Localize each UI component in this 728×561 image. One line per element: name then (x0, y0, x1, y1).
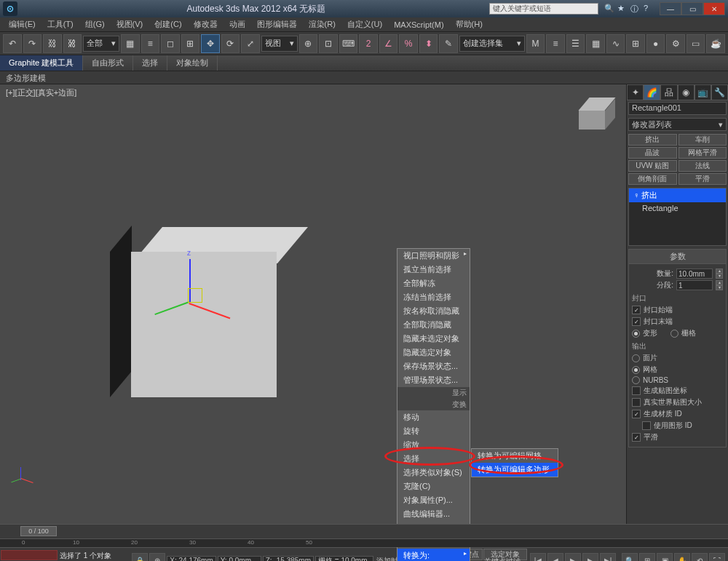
menu-rendering[interactable]: 渲染(R) (303, 17, 341, 31)
move-button[interactable]: ✥ (201, 34, 220, 53)
menu-customize[interactable]: 自定义(U) (341, 17, 388, 31)
time-slider-thumb[interactable]: 0 / 100 (20, 526, 57, 536)
ctx-freeze[interactable]: 冻结当前选择 (397, 290, 470, 304)
viewport[interactable]: [+][正交][真实+边面] 视口照明和阴影 孤立当前选择 (0, 84, 626, 524)
x-coord[interactable]: X: 24.176mm (167, 556, 215, 562)
ctx-manage-state[interactable]: 管理场景状态... (397, 373, 470, 387)
maxscript-listener[interactable]: 所在行: (0, 549, 58, 562)
maximize-button[interactable]: ▭ (681, 2, 703, 15)
selection-filter-dropdown[interactable]: 全部▾ (83, 36, 119, 52)
cap-start-check[interactable]: ✓ (632, 306, 641, 314)
menu-help[interactable]: 帮助(H) (450, 17, 488, 31)
ctx-move[interactable]: 移动 (397, 410, 470, 424)
spinner-snap-button[interactable]: ⬍ (419, 34, 438, 53)
ctx-hide-unselected[interactable]: 隐藏未选定对象 (397, 332, 470, 346)
infocenter-icon[interactable]: ⓘ (630, 4, 641, 14)
snap-angle-button[interactable]: ∠ (379, 34, 398, 53)
pan-icon[interactable]: ✋ (674, 553, 690, 562)
link-button[interactable]: ⛓ (43, 34, 62, 53)
rotate-button[interactable]: ⟳ (221, 34, 240, 53)
gen-map-check[interactable] (632, 386, 641, 395)
btn-lathe[interactable]: 车削 (678, 134, 727, 146)
ctx-hide-selection[interactable]: 隐藏选定对象 (397, 346, 470, 359)
y-coord[interactable]: Y: 0.0mm (218, 556, 261, 562)
select-object-button[interactable]: ▦ (121, 34, 140, 53)
btn-extrude[interactable]: 挤出 (628, 134, 677, 146)
curve-editor-button[interactable]: ∿ (606, 34, 625, 53)
graphite-tab-paint[interactable]: 对象绘制 (167, 55, 218, 71)
select-region-button[interactable]: ◻ (161, 34, 180, 53)
align-button[interactable]: ≡ (546, 34, 565, 53)
prev-frame-icon[interactable]: ◀ (547, 553, 563, 562)
gizmo-center[interactable] (188, 288, 202, 303)
amount-spinner[interactable]: 10.0mm (676, 268, 713, 279)
hierarchy-tab[interactable]: 品 (660, 84, 677, 100)
time-slider[interactable]: 0 / 100 (0, 524, 728, 538)
mirror-button[interactable]: M (526, 34, 545, 53)
search-icon[interactable]: 🔍 (604, 4, 614, 14)
btn-normal[interactable]: 法线 (678, 160, 727, 172)
ctx-rotate[interactable]: 旋转 (397, 424, 470, 438)
snap-percent-button[interactable]: % (399, 34, 418, 53)
zoom-extents-icon[interactable]: ▣ (657, 553, 673, 562)
ctx-convert-to[interactable]: 转换为: (397, 549, 470, 561)
menu-maxscript[interactable]: MAXScript(M) (388, 19, 449, 31)
menu-create[interactable]: 创建(C) (149, 17, 187, 31)
smooth-check[interactable]: ✓ (632, 433, 641, 442)
goto-end-icon[interactable]: ▶| (600, 553, 616, 562)
redo-button[interactable]: ↷ (23, 34, 42, 53)
ctx-unhide-all[interactable]: 全部取消隐藏 (397, 318, 470, 332)
convert-editable-poly[interactable]: 转换为可编辑多边形 (472, 463, 558, 477)
btn-lattice[interactable]: 晶波 (628, 147, 677, 159)
ctx-clone[interactable]: 克隆(C) (397, 480, 470, 493)
modify-tab[interactable]: 🌈 (644, 84, 660, 100)
viewport-label[interactable]: [+][正交][真实+边面] (6, 87, 76, 98)
maximize-viewport-icon[interactable]: ⛶ (709, 553, 725, 562)
ctx-select[interactable]: 选择 (397, 452, 470, 466)
app-icon[interactable]: ⊙ (3, 1, 17, 16)
z-coord[interactable]: Z: -15.385mm (263, 556, 314, 562)
menu-animation[interactable]: 动画 (223, 17, 251, 31)
modifier-list-dropdown[interactable]: 修改器列表▾ (628, 118, 727, 131)
btn-uvw[interactable]: UVW 贴图 (628, 160, 677, 172)
scene-object-box[interactable] (131, 252, 277, 397)
edit-named-sel-button[interactable]: ✎ (439, 34, 458, 53)
menu-edit[interactable]: 编辑(E) (3, 17, 41, 31)
render-setup-button[interactable]: ⚙ (666, 34, 685, 53)
ctx-select-similar[interactable]: 选择类似对象(S) (397, 466, 470, 480)
help-search-input[interactable]: 键入关键字或短语 (489, 3, 598, 15)
grid-radio[interactable] (670, 330, 678, 338)
scale-button[interactable]: ⤢ (241, 34, 260, 53)
select-by-name-button[interactable]: ≡ (141, 34, 160, 53)
mesh-radio[interactable] (632, 366, 640, 374)
cap-end-check[interactable]: ✓ (632, 317, 641, 326)
menu-graph-editors[interactable]: 图形编辑器 (251, 17, 303, 31)
material-editor-button[interactable]: ● (646, 34, 665, 53)
motion-tab[interactable]: ◉ (678, 84, 695, 100)
ctx-isolate[interactable]: 孤立当前选择 (397, 263, 470, 276)
keyboard-shortcut-button[interactable]: ⌨ (339, 34, 358, 53)
real-world-check[interactable] (632, 398, 641, 407)
object-name-field[interactable]: Rectangle001 (628, 102, 727, 115)
minimize-button[interactable]: — (660, 2, 681, 15)
gen-mat-check[interactable]: ✓ (632, 410, 641, 418)
abs-rel-icon[interactable]: ⊕ (149, 553, 165, 562)
undo-button[interactable]: ↶ (3, 34, 22, 53)
snap-2d-button[interactable]: 2 (359, 34, 378, 53)
select-manipulate-button[interactable]: ⊡ (319, 34, 338, 53)
orbit-icon[interactable]: ⟲ (692, 553, 708, 562)
rollout-header-params[interactable]: 参数 (629, 250, 726, 264)
utilities-tab[interactable]: 🔧 (711, 84, 728, 100)
favorite-icon[interactable]: ★ (617, 4, 628, 14)
display-tab[interactable]: 📺 (695, 84, 711, 100)
btn-bevel[interactable]: 倒角剖面 (628, 173, 677, 185)
nurbs-radio[interactable] (632, 376, 640, 384)
close-button[interactable]: ✕ (703, 2, 725, 15)
layer-manager-button[interactable]: ☰ (566, 34, 585, 53)
menu-tools[interactable]: 工具(T) (41, 17, 79, 31)
render-button[interactable]: ☕ (706, 34, 725, 53)
window-crossing-button[interactable]: ⊞ (181, 34, 200, 53)
named-selection-dropdown[interactable]: 创建选择集▾ (459, 36, 525, 52)
modifier-stack[interactable]: ♀ 挤出 Rectangle (628, 188, 727, 246)
next-frame-icon[interactable]: ▶ (582, 553, 598, 562)
